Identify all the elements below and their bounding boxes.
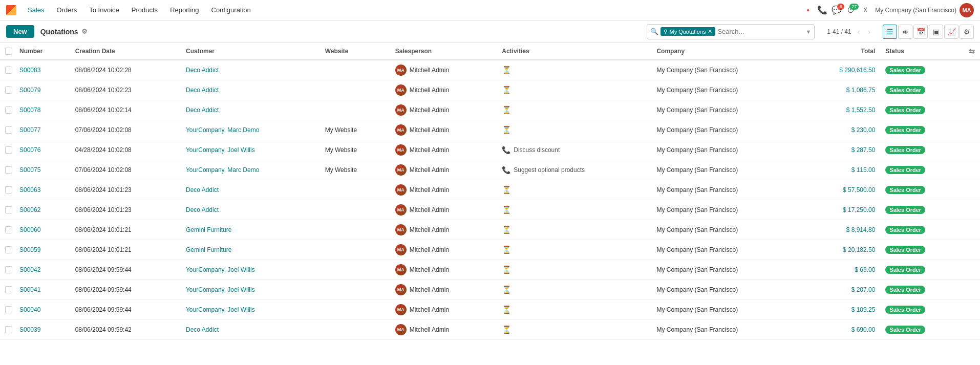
view-graph-btn[interactable]: 📈: [944, 25, 958, 39]
customer-link[interactable]: YourCompany, Joel Willis: [186, 266, 255, 273]
cell-number[interactable]: S00078: [14, 100, 70, 120]
cell-customer[interactable]: YourCompany, Joel Willis: [181, 280, 320, 300]
pagination-next[interactable]: ›: [866, 27, 872, 37]
row-checkbox-cell[interactable]: [0, 280, 14, 300]
row-checkbox[interactable]: [5, 106, 12, 114]
cell-activities[interactable]: ⏳: [497, 320, 651, 340]
nav-sales[interactable]: Sales: [23, 4, 50, 16]
row-checkbox[interactable]: [5, 186, 12, 194]
row-checkbox[interactable]: [5, 266, 12, 273]
settings-icon[interactable]: ☓: [861, 6, 870, 15]
cell-activities[interactable]: 📞 Suggest optional products: [497, 160, 651, 180]
search-dropdown-icon[interactable]: ▼: [803, 29, 811, 35]
row-checkbox-cell[interactable]: [0, 120, 14, 140]
order-number-link[interactable]: S00075: [19, 166, 40, 174]
row-checkbox[interactable]: [5, 126, 12, 134]
row-checkbox-cell[interactable]: [0, 240, 14, 260]
cell-activities[interactable]: ⏳: [497, 100, 651, 120]
nav-reporting[interactable]: Reporting: [165, 4, 204, 16]
order-number-link[interactable]: S00063: [19, 186, 40, 194]
order-number-link[interactable]: S00042: [19, 266, 40, 273]
order-number-link[interactable]: S00079: [19, 87, 40, 94]
select-all-checkbox[interactable]: [5, 48, 12, 55]
view-kanban-btn[interactable]: ⇼: [898, 25, 912, 39]
header-checkbox-cell[interactable]: [0, 43, 14, 60]
col-status[interactable]: Status: [880, 43, 964, 60]
row-checkbox-cell[interactable]: [0, 220, 14, 240]
row-checkbox-cell[interactable]: [0, 180, 14, 200]
row-checkbox-cell[interactable]: [0, 320, 14, 340]
new-button[interactable]: New: [6, 25, 34, 38]
cell-customer[interactable]: Gemini Furniture: [181, 240, 320, 260]
page-settings-icon[interactable]: ⚙: [81, 28, 88, 35]
nav-orders[interactable]: Orders: [52, 4, 82, 16]
cell-customer[interactable]: Deco Addict: [181, 320, 320, 340]
view-calendar-btn[interactable]: 📅: [913, 25, 928, 39]
row-checkbox[interactable]: [5, 87, 12, 94]
col-settings-icon[interactable]: ⇆: [969, 47, 975, 55]
row-checkbox[interactable]: [5, 326, 12, 333]
col-activities[interactable]: Activities: [497, 43, 651, 60]
cell-activities[interactable]: ⏳: [497, 120, 651, 140]
order-number-link[interactable]: S00062: [19, 206, 40, 213]
cell-number[interactable]: S00077: [14, 120, 70, 140]
col-salesperson[interactable]: Salesperson: [390, 43, 497, 60]
customer-link[interactable]: Deco Addict: [186, 87, 219, 94]
view-settings-btn[interactable]: ⚙: [960, 25, 974, 39]
search-input[interactable]: [717, 28, 803, 35]
order-number-link[interactable]: S00060: [19, 226, 40, 233]
col-company[interactable]: Company: [651, 43, 803, 60]
order-number-link[interactable]: S00059: [19, 246, 40, 253]
customer-link[interactable]: YourCompany, Joel Willis: [186, 286, 255, 293]
cell-customer[interactable]: Deco Addict: [181, 200, 320, 220]
cell-customer[interactable]: YourCompany, Marc Demo: [181, 160, 320, 180]
row-checkbox-cell[interactable]: [0, 80, 14, 100]
cell-customer[interactable]: Deco Addict: [181, 100, 320, 120]
cell-number[interactable]: S00060: [14, 220, 70, 240]
cell-number[interactable]: S00041: [14, 280, 70, 300]
customer-link[interactable]: YourCompany, Marc Demo: [186, 126, 259, 134]
row-checkbox-cell[interactable]: [0, 260, 14, 280]
nav-configuration[interactable]: Configuration: [206, 4, 256, 16]
row-checkbox[interactable]: [5, 246, 12, 253]
order-number-link[interactable]: S00077: [19, 126, 40, 134]
status-dot-icon[interactable]: ●: [803, 6, 813, 15]
cell-activities[interactable]: ⏳: [497, 80, 651, 100]
nav-products[interactable]: Products: [126, 4, 163, 16]
col-total[interactable]: Total: [804, 43, 881, 60]
activity-icon[interactable]: ⏱ 27: [846, 6, 856, 15]
company-selector[interactable]: My Company (San Francisco) MA: [875, 3, 974, 17]
cell-number[interactable]: S00076: [14, 140, 70, 160]
row-checkbox-cell[interactable]: [0, 200, 14, 220]
cell-number[interactable]: S00062: [14, 200, 70, 220]
customer-link[interactable]: YourCompany, Joel Willis: [186, 146, 255, 154]
col-website[interactable]: Website: [320, 43, 390, 60]
phone-icon[interactable]: 📞: [818, 6, 827, 15]
cell-customer[interactable]: Deco Addict: [181, 80, 320, 100]
filter-tag-close[interactable]: ✕: [708, 28, 712, 35]
view-list-btn[interactable]: ☰: [883, 25, 897, 39]
row-checkbox-cell[interactable]: [0, 140, 14, 160]
cell-number[interactable]: S00075: [14, 160, 70, 180]
cell-activities[interactable]: ⏳: [497, 280, 651, 300]
customer-link[interactable]: YourCompany, Joel Willis: [186, 306, 255, 313]
cell-customer[interactable]: YourCompany, Marc Demo: [181, 120, 320, 140]
order-number-link[interactable]: S00078: [19, 106, 40, 114]
cell-number[interactable]: S00063: [14, 180, 70, 200]
customer-link[interactable]: Deco Addict: [186, 67, 219, 74]
row-checkbox[interactable]: [5, 67, 12, 74]
cell-activities[interactable]: ⏳: [497, 200, 651, 220]
col-customer[interactable]: Customer: [181, 43, 320, 60]
cell-activities[interactable]: ⏳: [497, 60, 651, 80]
view-pivot-btn[interactable]: ▣: [929, 25, 943, 39]
order-number-link[interactable]: S00041: [19, 286, 40, 293]
cell-number[interactable]: S00059: [14, 240, 70, 260]
customer-link[interactable]: Deco Addict: [186, 106, 219, 114]
cell-activities[interactable]: 📞 Discuss discount: [497, 140, 651, 160]
row-checkbox-cell[interactable]: [0, 100, 14, 120]
col-creation-date[interactable]: Creation Date: [70, 43, 181, 60]
customer-link[interactable]: YourCompany, Marc Demo: [186, 166, 259, 174]
row-checkbox-cell[interactable]: [0, 160, 14, 180]
customer-link[interactable]: Deco Addict: [186, 206, 219, 213]
customer-link[interactable]: Deco Addict: [186, 326, 219, 333]
